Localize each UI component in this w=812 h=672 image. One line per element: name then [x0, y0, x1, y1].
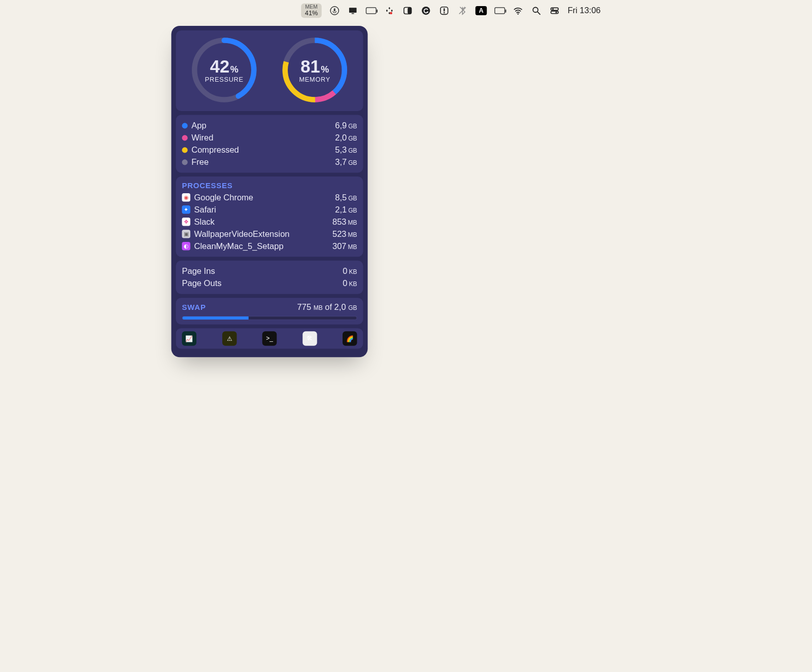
process-app-icon: ◐ [182, 242, 191, 251]
pressure-gauge: 42 % PRESSURE [190, 36, 258, 104]
legend-value: 2,0GB [335, 133, 357, 143]
process-name: CleanMyMac_5_Setapp [194, 241, 284, 252]
svg-rect-2 [349, 8, 357, 13]
swap-bar [182, 316, 357, 320]
legend-row: Free3,7GB [182, 156, 357, 168]
process-row[interactable]: ▣WallpaperVideoExtension523MB [182, 228, 357, 240]
svg-line-14 [537, 12, 540, 14]
memory-pct: % [321, 64, 329, 75]
svg-rect-17 [551, 11, 559, 14]
mem-indicator[interactable]: MEM 41% [301, 4, 322, 18]
display-icon[interactable] [348, 6, 358, 16]
legend-row: Wired2,0GB [182, 132, 357, 144]
swap-label: SWAP [182, 303, 206, 312]
swap-card: SWAP 775 MB of 2,0 GB [176, 298, 363, 325]
process-name: Google Chrome [194, 193, 253, 203]
paging-label: Page Ins [182, 266, 215, 276]
process-value: 307MB [332, 241, 357, 252]
battery-1-icon[interactable] [366, 6, 377, 16]
bluetooth-off-icon[interactable] [457, 6, 468, 16]
process-row[interactable]: ◉Google Chrome8,5GB [182, 191, 357, 203]
process-row[interactable]: ❖Slack853MB [182, 216, 357, 228]
legend-value: 5,3GB [335, 145, 357, 155]
legend-dot-icon [182, 147, 188, 153]
legend-value: 3,7GB [335, 157, 357, 167]
quick-apps-card: 📈⚠>_🛠🌈 [176, 328, 363, 349]
svg-point-12 [518, 13, 519, 15]
dock-app-console[interactable]: ⚠ [222, 331, 237, 346]
svg-point-4 [390, 12, 392, 14]
dock-app-activity-monitor[interactable]: 📈 [182, 331, 197, 346]
process-row[interactable]: ✦Safari2,1GB [182, 203, 357, 216]
legend-value: 6,9GB [335, 121, 357, 131]
svg-rect-1 [334, 8, 335, 12]
legend-dot-icon [182, 123, 188, 128]
process-name: Slack [194, 217, 215, 227]
menubar: MEM 41% A Fri 13:06 [0, 0, 609, 21]
mic-icon[interactable] [329, 6, 340, 16]
process-value: 8,5GB [335, 193, 357, 203]
svg-point-18 [556, 12, 557, 13]
grid-icon[interactable] [384, 6, 395, 16]
svg-point-16 [552, 8, 554, 10]
control-center-icon[interactable] [549, 6, 560, 16]
process-app-icon: ❖ [182, 218, 191, 226]
svg-rect-9 [444, 8, 445, 12]
svg-rect-15 [551, 8, 559, 10]
process-row[interactable]: ◐CleanMyMac_5_Setapp307MB [182, 240, 357, 252]
mem-indicator-value: 41% [305, 10, 318, 17]
svg-point-7 [422, 7, 430, 15]
legend-dot-icon [182, 135, 188, 140]
legend-row: App6,9GB [182, 120, 357, 132]
memory-value: 81 [300, 56, 320, 77]
contrast-icon[interactable] [402, 6, 413, 16]
process-app-icon: ◉ [182, 193, 191, 202]
legend-label: Free [191, 157, 209, 167]
paging-value: 0KB [343, 278, 357, 289]
pressure-value: 42 [210, 56, 229, 77]
swap-summary: 775 MB of 2,0 GB [297, 302, 357, 312]
process-value: 523MB [332, 229, 357, 239]
legend-label: Wired [191, 133, 213, 143]
dock-app-system-info[interactable]: 🛠 [302, 331, 317, 346]
process-app-icon: ▣ [182, 230, 191, 238]
memory-breakdown-card: App6,9GBWired2,0GBCompressed5,3GBFree3,7… [176, 115, 363, 173]
paging-row: Page Outs0KB [182, 277, 357, 290]
process-app-icon: ✦ [182, 205, 191, 214]
svg-rect-3 [352, 13, 354, 14]
paging-label: Page Outs [182, 278, 222, 289]
process-name: Safari [194, 205, 216, 215]
memory-gauge: 81 % MEMORY [281, 36, 349, 104]
svg-point-10 [444, 12, 445, 14]
svg-rect-6 [408, 8, 411, 14]
menubar-clock[interactable]: Fri 13:06 [567, 6, 600, 16]
paging-row: Page Ins0KB [182, 265, 357, 277]
wifi-icon[interactable] [513, 6, 523, 16]
alert-icon[interactable] [439, 6, 450, 16]
spotlight-icon[interactable] [531, 6, 542, 16]
legend-dot-icon [182, 159, 188, 165]
gauges-card: 42 % PRESSURE 81 % MEMORY [176, 30, 363, 111]
grammarly-icon[interactable] [421, 6, 431, 16]
battery-2-icon[interactable] [494, 6, 505, 16]
dock-app-terminal[interactable]: >_ [262, 331, 277, 346]
paging-card: Page Ins0KBPage Outs0KB [176, 261, 363, 294]
memory-label: MEMORY [299, 76, 330, 84]
processes-card: PROCESSES ◉Google Chrome8,5GB✦Safari2,1G… [176, 176, 363, 257]
swap-bar-fill [182, 316, 249, 320]
legend-label: Compressed [191, 145, 239, 155]
pressure-pct: % [230, 64, 239, 75]
legend-row: Compressed5,3GB [182, 144, 357, 156]
dock-app-cleanmymac[interactable]: 🌈 [343, 331, 357, 346]
input-source-icon[interactable]: A [476, 6, 487, 15]
memory-panel: 42 % PRESSURE 81 % MEMORY App6,9GBW [172, 26, 368, 357]
svg-point-13 [533, 8, 538, 13]
processes-title: PROCESSES [182, 181, 357, 190]
process-name: WallpaperVideoExtension [194, 229, 290, 239]
paging-value: 0KB [343, 266, 357, 276]
pressure-label: PRESSURE [205, 76, 244, 84]
process-value: 853MB [332, 217, 357, 227]
legend-label: App [191, 121, 206, 131]
process-value: 2,1GB [335, 205, 357, 215]
